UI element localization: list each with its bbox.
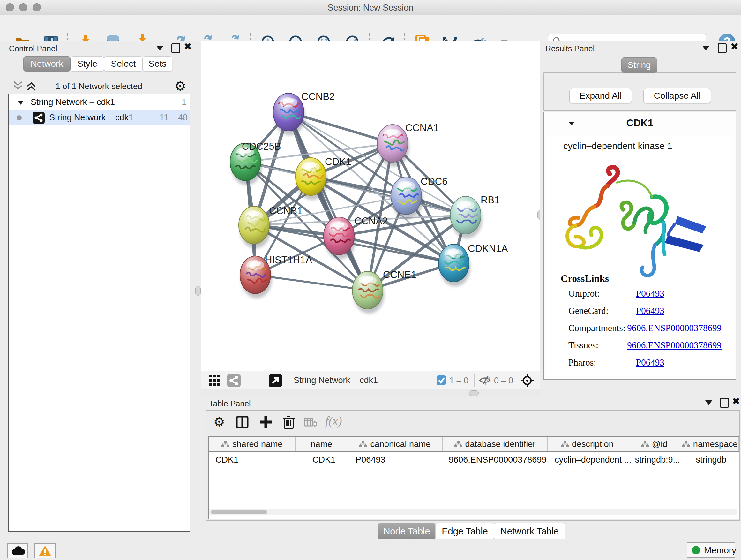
network-node-CCNB2[interactable]: CCNB2 bbox=[273, 91, 335, 135]
crosslink-label: GeneCard: bbox=[568, 306, 636, 323]
network-row-selected[interactable]: String Network – cdk1 11 48 bbox=[9, 110, 190, 125]
network-graph[interactable]: CCNB2 CCNA1 CDC25B CDK1 bbox=[201, 41, 540, 371]
table-row[interactable]: CDK1CDK1P064939606.ENSP00000378699cyclin… bbox=[209, 452, 739, 468]
tab-string[interactable]: String bbox=[621, 57, 657, 73]
node-label-CCNA2: CCNA2 bbox=[354, 215, 388, 227]
results-panel-menu-icon[interactable] bbox=[702, 46, 710, 51]
table-cell[interactable]: cyclin–dependent ... bbox=[548, 452, 631, 468]
create-column-plus-icon[interactable] bbox=[259, 415, 273, 429]
crosslink-row: Compartments:9606.ENSP00000378699 bbox=[568, 323, 722, 340]
crosslinks-list: Uniprot:P06493GeneCard:P06493Compartment… bbox=[568, 288, 722, 374]
show-columns-icon[interactable] bbox=[236, 416, 249, 428]
table-cell[interactable]: CDK1 bbox=[209, 452, 299, 468]
table-settings-gear-icon[interactable]: ⚙ bbox=[213, 415, 225, 429]
table-cell[interactable]: CDK1 bbox=[299, 452, 349, 468]
window-title: Session: New Session bbox=[0, 3, 741, 13]
network-view-toolbar: String Network – cdk1 1 – 0 0 – 0 bbox=[201, 371, 540, 389]
results-panel-float-icon[interactable] bbox=[718, 43, 727, 53]
table-column-header[interactable]: description bbox=[548, 437, 627, 451]
protein-structure-image bbox=[556, 155, 722, 283]
collection-expand-icon[interactable] bbox=[17, 100, 24, 106]
tab-sets[interactable]: Sets bbox=[143, 56, 172, 71]
table-hscrollbar[interactable] bbox=[209, 509, 738, 515]
table-cell[interactable]: 9606.ENSP00000378699 bbox=[447, 452, 548, 468]
network-node-HIST1H1A[interactable]: HIST1H1A bbox=[240, 254, 312, 298]
tab-node-table[interactable]: Node Table bbox=[378, 523, 436, 540]
node-label-CDKN1A: CDKN1A bbox=[468, 243, 508, 254]
memory-label: Memory bbox=[704, 545, 736, 556]
tab-network[interactable]: Network bbox=[23, 56, 71, 71]
control-panel-close-icon[interactable]: ✖ bbox=[184, 43, 192, 51]
crosslink-value-link[interactable]: P06493 bbox=[636, 288, 664, 306]
network-node-CDKN1A[interactable]: CDKN1A bbox=[439, 243, 508, 287]
collection-count: 1 bbox=[175, 98, 186, 107]
table-cell[interactable]: stringdb:9... bbox=[631, 452, 684, 468]
table-panel-close-icon[interactable]: ✖ bbox=[732, 397, 740, 406]
expand-all-button[interactable]: Expand All bbox=[569, 88, 632, 104]
column-type-icon bbox=[359, 441, 367, 448]
network-canvas[interactable]: CCNB2 CCNA1 CDC25B CDK1 bbox=[201, 41, 540, 371]
table-column-header[interactable]: shared name bbox=[209, 437, 295, 451]
hidden-eye-icon bbox=[479, 375, 491, 385]
open-in-window-icon[interactable] bbox=[269, 374, 282, 387]
warnings-button[interactable] bbox=[35, 543, 56, 558]
memory-button[interactable]: Memory bbox=[687, 543, 735, 558]
network-node-CCNA2[interactable]: CCNA2 bbox=[324, 215, 388, 259]
delete-column-trash-icon[interactable] bbox=[282, 415, 295, 429]
crosslink-value-link[interactable]: P06493 bbox=[636, 306, 664, 323]
fit-selected-crosshair-icon[interactable] bbox=[520, 374, 534, 388]
control-panel-gear-icon[interactable]: ⚙ bbox=[174, 78, 186, 94]
node-label-CCNB1: CCNB1 bbox=[269, 205, 302, 216]
control-panel-title: Control Panel bbox=[9, 44, 57, 53]
table-column-header[interactable]: @id bbox=[627, 437, 682, 451]
tab-network-table[interactable]: Network Table bbox=[494, 523, 565, 540]
crosslink-value-link[interactable]: P06493 bbox=[636, 357, 664, 374]
attribute-table: shared namenamecanonical namedatabase id… bbox=[208, 436, 739, 519]
tab-select[interactable]: Select bbox=[104, 56, 143, 71]
network-edge[interactable] bbox=[255, 275, 367, 290]
column-header-label: @id bbox=[652, 439, 667, 449]
crosslink-value-link[interactable]: 9606.ENSP00000378699 bbox=[627, 323, 722, 340]
memory-status-dot-icon bbox=[692, 546, 700, 554]
table-panel-menu-icon[interactable] bbox=[705, 400, 712, 405]
table-panel-body: ⚙ f(x) shared namenamecanonical namedata… bbox=[206, 410, 740, 521]
table-column-header[interactable]: name bbox=[295, 437, 348, 451]
bottom-splitter-handle[interactable] bbox=[469, 390, 479, 396]
table-cell[interactable]: P06493 bbox=[349, 452, 447, 468]
table-hscrollbar-thumb[interactable] bbox=[211, 510, 267, 514]
column-header-label: shared name bbox=[232, 439, 283, 449]
results-panel-close-icon[interactable]: ✖ bbox=[731, 43, 738, 51]
left-splitter-handle[interactable] bbox=[195, 286, 201, 296]
table-panel-float-icon[interactable] bbox=[720, 398, 729, 408]
table-column-header[interactable]: canonical name bbox=[348, 437, 442, 451]
crosslink-value-link[interactable]: 9606.ENSP00000378699 bbox=[627, 340, 722, 357]
crosslink-label: Compartments: bbox=[568, 323, 627, 340]
column-type-icon bbox=[641, 441, 649, 448]
control-panel-float-icon[interactable] bbox=[172, 43, 180, 53]
network-share-icon[interactable] bbox=[227, 374, 241, 387]
collapse-all-chevron-icon[interactable] bbox=[12, 80, 23, 91]
birds-eye-grid-icon[interactable] bbox=[209, 374, 222, 387]
horizontal-splitter[interactable] bbox=[201, 389, 540, 396]
tab-edge-table[interactable]: Edge Table bbox=[435, 523, 494, 540]
cloud-icon bbox=[10, 546, 24, 556]
results-panel: Results Panel ✖ String Expand All Collap… bbox=[540, 41, 741, 396]
protein-detail-box: cyclin–dependent kinase 1 bbox=[547, 136, 732, 376]
column-header-label: name bbox=[311, 439, 333, 449]
network-view-title: String Network – cdk1 bbox=[293, 375, 378, 385]
network-node-RB1[interactable]: RB1 bbox=[450, 194, 500, 239]
expand-all-chevron-icon[interactable] bbox=[25, 80, 37, 91]
cloud-button[interactable] bbox=[7, 543, 28, 558]
collapse-all-button[interactable]: Collapse All bbox=[643, 88, 711, 104]
network-node-CCNE1[interactable]: CCNE1 bbox=[352, 269, 416, 314]
crosslink-label: Uniprot: bbox=[568, 288, 636, 306]
tab-style[interactable]: Style bbox=[71, 56, 104, 71]
table-column-header[interactable]: database identifier bbox=[443, 437, 548, 451]
table-cell[interactable]: stringdb bbox=[684, 452, 739, 468]
selected-checkbox-icon[interactable] bbox=[436, 375, 446, 385]
network-collection-row[interactable]: String Network – cdk1 1 bbox=[9, 96, 190, 110]
network-node-CDK1[interactable]: CDK1 bbox=[295, 156, 351, 200]
viewbar-separator bbox=[248, 374, 248, 387]
table-column-header[interactable]: namespace bbox=[681, 437, 739, 451]
control-panel-menu-icon[interactable] bbox=[156, 46, 163, 51]
